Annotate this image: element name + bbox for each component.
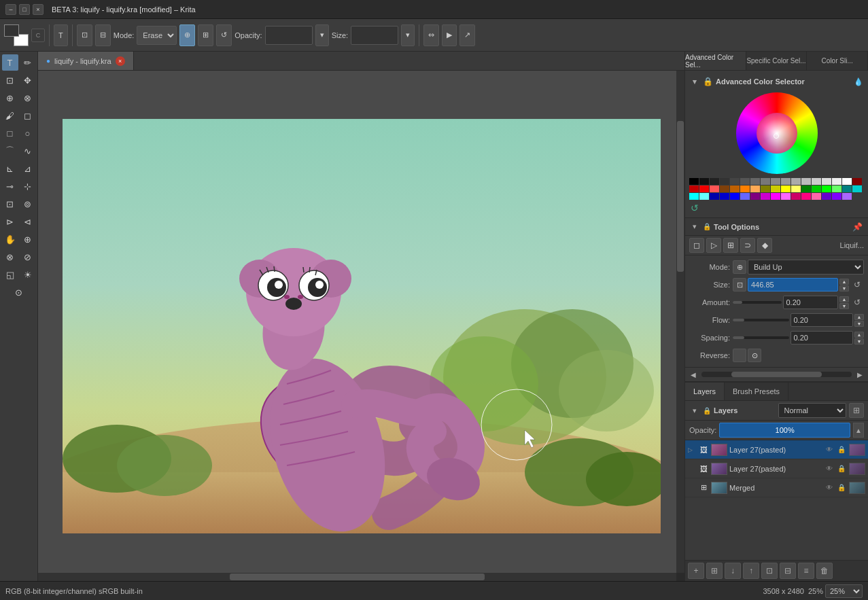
amount-spinner[interactable]: ▲ ▼ [839,296,849,309]
artwork-canvas[interactable] [63,119,661,533]
path-icon[interactable]: ⌒ [2,143,18,159]
opacity-spinner-up[interactable]: ▲ [853,423,864,438]
window-controls[interactable]: – □ × [5,4,44,15]
color-selector-collapse-btn[interactable]: ▾ [689,76,700,87]
swatch-2[interactable] [710,178,719,185]
win-maximize-btn[interactable]: □ [19,4,30,15]
layer-expand-0[interactable]: ▷ [688,446,696,453]
swatch-lightcyan[interactable] [699,193,709,200]
eyedropper-icon[interactable]: ⊗ [2,249,18,265]
ellipse-sel-icon[interactable]: ⊚ [20,196,36,212]
poly-sel-icon[interactable]: ⊲ [20,213,36,230]
spacing-spin-up[interactable]: ▲ [854,332,864,338]
layer-vis-btn-1[interactable]: 👁 [824,463,835,474]
layer-lock-btn-1[interactable]: 🔒 [836,463,847,474]
swatch-orange2[interactable] [730,186,740,192]
mode-select[interactable]: Erase [137,26,177,45]
brush-icon[interactable]: 🖌 [2,107,18,124]
swatch-3[interactable] [720,178,729,185]
tab-close-btn[interactable]: × [116,56,125,66]
swatch-lightpink[interactable] [812,193,821,200]
swatch-violet[interactable] [822,193,831,200]
flatten-layer-btn[interactable]: ⊟ [780,563,796,579]
swatch-green2[interactable] [812,186,821,192]
swatch-14[interactable] [832,178,841,185]
layers-collapse-btn[interactable]: ▾ [689,405,700,416]
rect-icon[interactable]: □ [2,125,18,141]
swatch-lightred[interactable] [710,186,719,192]
dodge-icon[interactable]: ☀ [20,266,36,283]
swatch-lightmagenta[interactable] [781,193,791,200]
swatch-violet2[interactable] [832,193,841,200]
swatch-12[interactable] [812,178,821,185]
flow-spin-up[interactable]: ▲ [854,314,864,320]
swatch-lightyellow[interactable] [791,186,801,192]
transform-btn[interactable]: ⊡ [77,24,92,46]
layer-lock-btn-0[interactable]: 🔒 [836,444,847,455]
duplicate-layer-btn[interactable]: ⊞ [706,563,723,579]
similar-sel-icon[interactable]: ⊿ [20,160,36,177]
swatch-8[interactable] [771,178,780,185]
flow-spinner[interactable]: ▲ ▼ [854,314,864,327]
text-tool-icon[interactable]: T [2,54,18,71]
swatch-yellow2[interactable] [771,186,780,192]
swatch-cyan2[interactable] [852,186,862,192]
size-input[interactable]: 32.86 px [351,26,398,45]
layer-item-0[interactable]: ▷ 🖼 Layer 27(pasted) 👁 🔒 [685,440,868,459]
swatch-11[interactable] [801,178,811,185]
swatch-darkgreen[interactable] [801,186,811,192]
swatch-blue[interactable] [730,193,740,200]
amount-field-value[interactable]: 0.20 [783,296,839,309]
swatch-9[interactable] [781,178,791,185]
color-wheel-selector[interactable] [774,133,779,139]
layer-vis-btn-0[interactable]: 👁 [824,444,835,455]
swatch-10[interactable] [791,178,801,185]
move-icon[interactable]: ✥ [20,72,36,88]
refresh-btn[interactable]: ↺ [216,24,232,46]
liquify-mode-lasso-btn[interactable]: ⊃ [740,238,755,253]
mode-active-btn[interactable]: ⊕ [179,24,195,46]
select-btn[interactable]: ⊟ [95,24,111,46]
swatch-pink2[interactable] [791,193,801,200]
swatch-yellow[interactable] [781,186,791,192]
swatch-magenta2[interactable] [761,193,770,200]
size-spin-up[interactable]: ▲ [839,279,849,285]
swatch-1[interactable] [699,178,709,185]
win-close-btn[interactable]: × [33,4,44,15]
tab-color-sliders[interactable]: Color Sli... [807,52,868,70]
options-scroll-left[interactable]: ◀ [688,369,699,380]
swatch-pink[interactable] [801,193,811,200]
zoom-icon[interactable]: ⊕ [20,231,36,247]
swatch-brown[interactable] [720,186,729,192]
tool-options-btn[interactable]: T [54,24,68,46]
transform-mode-btn[interactable]: ⊞ [198,24,213,46]
freehand-icon[interactable]: ∿ [20,143,36,159]
fill-icon[interactable]: ⊘ [20,249,36,265]
layer-item-1[interactable]: 🖼 Layer 27(pasted) 👁 🔒 [685,459,868,478]
layers-grid-btn[interactable]: ⊞ [849,403,864,418]
swatch-black[interactable] [689,178,699,185]
swatch-red[interactable] [699,186,709,192]
swatch-white[interactable] [842,178,852,185]
move-layer-down-btn[interactable]: ↓ [725,563,741,579]
tool-options-header[interactable]: ▾ 🔒 Tool Options 📌 [685,218,868,236]
canvas-h-scrollbar[interactable] [38,573,676,581]
h-scrollbar-thumb[interactable] [230,573,485,580]
magnetic-sel-icon[interactable]: ⊸ [2,178,18,194]
tool-options-pin-btn[interactable]: 📌 [850,220,864,234]
tool-options-collapse-icon[interactable]: ▾ [689,222,700,232]
flow-field-value[interactable]: 0.20 [791,313,854,327]
document-tab[interactable]: ● liquify - liquify.kra × [38,52,134,70]
layer-properties-btn[interactable]: ≡ [798,563,814,579]
opacity-arrow-btn[interactable]: ▾ [315,24,329,46]
move-layer-up-btn[interactable]: ↑ [743,563,759,579]
layers-blend-mode-select[interactable]: Normal [778,403,847,418]
delete-layer-btn[interactable]: 🗑 [816,563,833,579]
liquify-mode-grid-btn[interactable]: ⊞ [723,238,738,253]
swatch-lightgreen[interactable] [832,186,841,192]
opacity-field-value[interactable]: 100% [719,423,850,438]
spacing-field-value[interactable]: 0.20 [791,331,854,345]
size-spin-down[interactable]: ▼ [839,285,849,292]
swatch-red2[interactable] [689,186,699,192]
spacing-spinner[interactable]: ▲ ▼ [854,332,864,345]
